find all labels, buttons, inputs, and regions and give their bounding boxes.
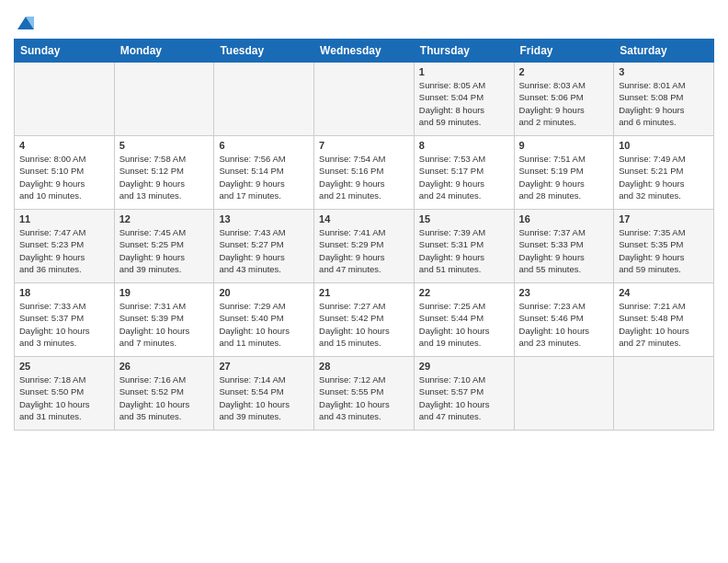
calendar-cell: 17Sunrise: 7:35 AM Sunset: 5:35 PM Dayli… bbox=[614, 210, 714, 283]
calendar-cell: 5Sunrise: 7:58 AM Sunset: 5:12 PM Daylig… bbox=[114, 136, 214, 210]
calendar-cell bbox=[214, 63, 314, 136]
day-number: 15 bbox=[419, 213, 509, 224]
day-header-friday: Friday bbox=[514, 40, 614, 63]
day-info: Sunrise: 7:56 AM Sunset: 5:14 PM Dayligh… bbox=[219, 153, 309, 201]
day-info: Sunrise: 7:43 AM Sunset: 5:27 PM Dayligh… bbox=[219, 226, 309, 275]
day-number: 10 bbox=[619, 140, 709, 151]
calendar-cell: 21Sunrise: 7:27 AM Sunset: 5:42 PM Dayli… bbox=[314, 283, 415, 357]
calendar-cell: 6Sunrise: 7:56 AM Sunset: 5:14 PM Daylig… bbox=[214, 136, 314, 210]
day-header-sunday: Sunday bbox=[15, 40, 115, 63]
logo bbox=[14, 13, 36, 31]
day-number: 5 bbox=[119, 140, 210, 151]
calendar-week-row: 4Sunrise: 8:00 AM Sunset: 5:10 PM Daylig… bbox=[15, 136, 714, 210]
day-number: 24 bbox=[619, 287, 709, 298]
day-info: Sunrise: 7:16 AM Sunset: 5:52 PM Dayligh… bbox=[119, 373, 210, 422]
day-number: 20 bbox=[219, 287, 309, 298]
calendar-cell: 11Sunrise: 7:47 AM Sunset: 5:23 PM Dayli… bbox=[15, 210, 115, 283]
day-number: 17 bbox=[619, 213, 709, 224]
calendar-cell bbox=[314, 63, 415, 136]
calendar-cell: 3Sunrise: 8:01 AM Sunset: 5:08 PM Daylig… bbox=[614, 63, 714, 136]
day-number: 11 bbox=[19, 213, 109, 224]
day-info: Sunrise: 7:49 AM Sunset: 5:21 PM Dayligh… bbox=[619, 153, 709, 201]
calendar-table: SundayMondayTuesdayWednesdayThursdayFrid… bbox=[14, 39, 714, 431]
calendar-cell bbox=[614, 357, 714, 431]
calendar-cell: 9Sunrise: 7:51 AM Sunset: 5:19 PM Daylig… bbox=[514, 136, 614, 210]
day-info: Sunrise: 7:33 AM Sunset: 5:37 PM Dayligh… bbox=[19, 300, 109, 349]
day-number: 16 bbox=[519, 213, 609, 224]
day-number: 9 bbox=[519, 140, 609, 151]
day-header-wednesday: Wednesday bbox=[314, 40, 415, 63]
calendar-cell: 23Sunrise: 7:23 AM Sunset: 5:46 PM Dayli… bbox=[514, 283, 614, 357]
day-info: Sunrise: 7:35 AM Sunset: 5:35 PM Dayligh… bbox=[619, 226, 709, 275]
calendar-cell: 13Sunrise: 7:43 AM Sunset: 5:27 PM Dayli… bbox=[214, 210, 314, 283]
day-number: 29 bbox=[419, 361, 509, 372]
calendar-cell: 10Sunrise: 7:49 AM Sunset: 5:21 PM Dayli… bbox=[614, 136, 714, 210]
calendar-cell: 12Sunrise: 7:45 AM Sunset: 5:25 PM Dayli… bbox=[114, 210, 214, 283]
calendar-cell: 20Sunrise: 7:29 AM Sunset: 5:40 PM Dayli… bbox=[214, 283, 314, 357]
calendar-cell: 4Sunrise: 8:00 AM Sunset: 5:10 PM Daylig… bbox=[15, 136, 115, 210]
calendar-cell: 2Sunrise: 8:03 AM Sunset: 5:06 PM Daylig… bbox=[514, 63, 614, 136]
calendar-week-row: 25Sunrise: 7:18 AM Sunset: 5:50 PM Dayli… bbox=[15, 357, 714, 431]
calendar-week-row: 18Sunrise: 7:33 AM Sunset: 5:37 PM Dayli… bbox=[15, 283, 714, 357]
day-info: Sunrise: 7:25 AM Sunset: 5:44 PM Dayligh… bbox=[419, 300, 509, 349]
day-header-saturday: Saturday bbox=[614, 40, 714, 63]
calendar-header-row: SundayMondayTuesdayWednesdayThursdayFrid… bbox=[15, 40, 714, 63]
day-info: Sunrise: 7:45 AM Sunset: 5:25 PM Dayligh… bbox=[119, 226, 210, 275]
day-info: Sunrise: 7:53 AM Sunset: 5:17 PM Dayligh… bbox=[419, 153, 509, 201]
day-info: Sunrise: 7:47 AM Sunset: 5:23 PM Dayligh… bbox=[19, 226, 109, 275]
day-info: Sunrise: 7:51 AM Sunset: 5:19 PM Dayligh… bbox=[519, 153, 609, 201]
day-info: Sunrise: 7:31 AM Sunset: 5:39 PM Dayligh… bbox=[119, 300, 210, 349]
day-info: Sunrise: 7:27 AM Sunset: 5:42 PM Dayligh… bbox=[319, 300, 409, 349]
day-number: 1 bbox=[419, 66, 509, 77]
day-number: 12 bbox=[119, 213, 210, 224]
page-header bbox=[14, 9, 714, 31]
day-info: Sunrise: 7:21 AM Sunset: 5:48 PM Dayligh… bbox=[619, 300, 709, 349]
day-number: 19 bbox=[119, 287, 210, 298]
calendar-cell: 1Sunrise: 8:05 AM Sunset: 5:04 PM Daylig… bbox=[414, 63, 514, 136]
day-info: Sunrise: 7:41 AM Sunset: 5:29 PM Dayligh… bbox=[319, 226, 409, 275]
calendar-cell: 16Sunrise: 7:37 AM Sunset: 5:33 PM Dayli… bbox=[514, 210, 614, 283]
day-number: 7 bbox=[319, 140, 409, 151]
day-info: Sunrise: 8:05 AM Sunset: 5:04 PM Dayligh… bbox=[419, 79, 509, 128]
calendar-cell: 19Sunrise: 7:31 AM Sunset: 5:39 PM Dayli… bbox=[114, 283, 214, 357]
day-info: Sunrise: 7:14 AM Sunset: 5:54 PM Dayligh… bbox=[219, 373, 309, 422]
day-info: Sunrise: 8:03 AM Sunset: 5:06 PM Dayligh… bbox=[519, 79, 609, 128]
day-number: 6 bbox=[219, 140, 309, 151]
day-info: Sunrise: 7:12 AM Sunset: 5:55 PM Dayligh… bbox=[319, 373, 409, 422]
calendar-cell: 22Sunrise: 7:25 AM Sunset: 5:44 PM Dayli… bbox=[414, 283, 514, 357]
day-info: Sunrise: 7:39 AM Sunset: 5:31 PM Dayligh… bbox=[419, 226, 509, 275]
day-info: Sunrise: 7:18 AM Sunset: 5:50 PM Dayligh… bbox=[19, 373, 109, 422]
calendar-cell: 15Sunrise: 7:39 AM Sunset: 5:31 PM Dayli… bbox=[414, 210, 514, 283]
day-number: 4 bbox=[19, 140, 109, 151]
calendar-cell bbox=[114, 63, 214, 136]
calendar-cell: 14Sunrise: 7:41 AM Sunset: 5:29 PM Dayli… bbox=[314, 210, 415, 283]
day-info: Sunrise: 7:29 AM Sunset: 5:40 PM Dayligh… bbox=[219, 300, 309, 349]
calendar-cell: 8Sunrise: 7:53 AM Sunset: 5:17 PM Daylig… bbox=[414, 136, 514, 210]
calendar-cell: 24Sunrise: 7:21 AM Sunset: 5:48 PM Dayli… bbox=[614, 283, 714, 357]
day-info: Sunrise: 7:54 AM Sunset: 5:16 PM Dayligh… bbox=[319, 153, 409, 201]
day-number: 13 bbox=[219, 213, 309, 224]
calendar-cell bbox=[15, 63, 115, 136]
day-number: 2 bbox=[519, 66, 609, 77]
calendar-cell: 28Sunrise: 7:12 AM Sunset: 5:55 PM Dayli… bbox=[314, 357, 415, 431]
calendar-cell: 27Sunrise: 7:14 AM Sunset: 5:54 PM Dayli… bbox=[214, 357, 314, 431]
day-header-monday: Monday bbox=[114, 40, 214, 63]
day-number: 22 bbox=[419, 287, 509, 298]
day-number: 14 bbox=[319, 213, 409, 224]
day-info: Sunrise: 8:01 AM Sunset: 5:08 PM Dayligh… bbox=[619, 79, 709, 128]
calendar-week-row: 11Sunrise: 7:47 AM Sunset: 5:23 PM Dayli… bbox=[15, 210, 714, 283]
day-number: 3 bbox=[619, 66, 709, 77]
day-number: 18 bbox=[19, 287, 109, 298]
calendar-cell: 29Sunrise: 7:10 AM Sunset: 5:57 PM Dayli… bbox=[414, 357, 514, 431]
day-number: 28 bbox=[319, 361, 409, 372]
day-info: Sunrise: 7:10 AM Sunset: 5:57 PM Dayligh… bbox=[419, 373, 509, 422]
calendar-week-row: 1Sunrise: 8:05 AM Sunset: 5:04 PM Daylig… bbox=[15, 63, 714, 136]
day-info: Sunrise: 7:58 AM Sunset: 5:12 PM Dayligh… bbox=[119, 153, 210, 201]
calendar-cell: 26Sunrise: 7:16 AM Sunset: 5:52 PM Dayli… bbox=[114, 357, 214, 431]
page-container: SundayMondayTuesdayWednesdayThursdayFrid… bbox=[0, 0, 728, 435]
day-number: 27 bbox=[219, 361, 309, 372]
calendar-cell bbox=[514, 357, 614, 431]
calendar-cell: 7Sunrise: 7:54 AM Sunset: 5:16 PM Daylig… bbox=[314, 136, 415, 210]
day-number: 21 bbox=[319, 287, 409, 298]
calendar-cell: 18Sunrise: 7:33 AM Sunset: 5:37 PM Dayli… bbox=[15, 283, 115, 357]
